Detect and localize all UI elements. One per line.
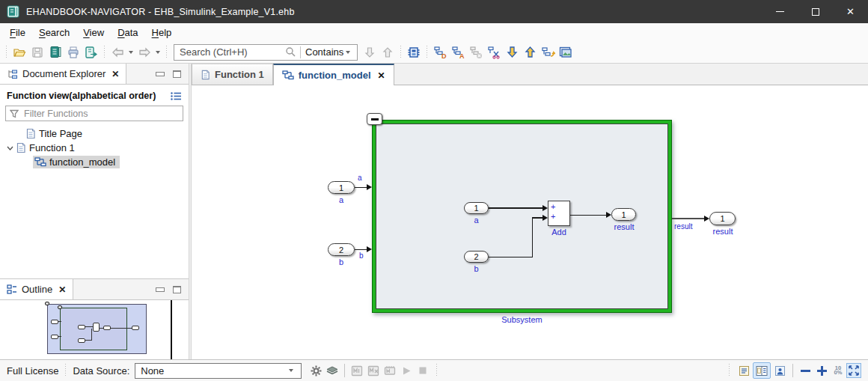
zoom-out-icon bbox=[801, 370, 810, 372]
signal-wire bbox=[672, 218, 705, 219]
nav-back-button[interactable] bbox=[109, 43, 126, 61]
thumbnail-block bbox=[78, 325, 85, 329]
outport-label-result: result bbox=[697, 227, 749, 236]
fit-view-button[interactable] bbox=[846, 363, 861, 378]
titlebar: EHANDBOOK-NAVIGATOR - EHB_Simulink_Examp… bbox=[0, 0, 868, 23]
inport-block-a[interactable]: 1 bbox=[328, 181, 355, 194]
close-icon[interactable]: ✕ bbox=[378, 70, 385, 81]
outport-block-result[interactable]: 1 bbox=[709, 212, 736, 225]
export-button[interactable] bbox=[82, 43, 100, 61]
calibration-remove-button[interactable] bbox=[365, 362, 382, 379]
data-settings-button[interactable] bbox=[308, 362, 324, 379]
view-menu-icon[interactable] bbox=[170, 91, 182, 101]
menu-data[interactable]: Data bbox=[111, 25, 144, 40]
outline-thumbnail[interactable] bbox=[0, 300, 189, 359]
zoom-in-button[interactable] bbox=[813, 362, 830, 379]
signal-wire bbox=[532, 217, 543, 219]
search-input[interactable] bbox=[174, 46, 285, 58]
ram-icon bbox=[384, 365, 396, 377]
model-view-button[interactable] bbox=[405, 43, 423, 61]
screenshot-button[interactable] bbox=[557, 43, 575, 61]
save-button[interactable] bbox=[28, 43, 46, 61]
thumbnail-wire bbox=[58, 336, 61, 337]
print-button[interactable] bbox=[64, 43, 82, 61]
editor-tabbar: Function 1 function_model ✕ bbox=[192, 64, 868, 85]
export-icon bbox=[85, 46, 98, 59]
tab-function-model[interactable]: function_model ✕ bbox=[273, 64, 394, 85]
collapse-all-button[interactable] bbox=[467, 43, 485, 61]
menu-help[interactable]: Help bbox=[145, 25, 179, 40]
tree-item-function-1[interactable]: Function 1 bbox=[0, 141, 189, 155]
stop-button[interactable] bbox=[415, 362, 431, 379]
minus-icon bbox=[371, 118, 379, 121]
zoom-out-button[interactable] bbox=[797, 362, 813, 379]
page-view-button[interactable] bbox=[735, 362, 753, 379]
minimize-panel-icon[interactable] bbox=[156, 288, 164, 291]
ram-button[interactable] bbox=[382, 362, 398, 379]
maximize-panel-icon[interactable] bbox=[173, 70, 181, 78]
print-icon bbox=[67, 46, 80, 59]
add-block[interactable]: + + bbox=[548, 201, 570, 226]
arrowhead-icon bbox=[542, 215, 548, 221]
go-up-button[interactable] bbox=[521, 43, 539, 61]
minimize-panel-icon[interactable] bbox=[156, 73, 164, 76]
thumbnail-collapse-icon bbox=[58, 305, 62, 309]
prev-match-button[interactable] bbox=[379, 43, 397, 61]
next-match-button[interactable] bbox=[361, 43, 379, 61]
go-top-button[interactable] bbox=[539, 43, 557, 61]
document-explorer-title: Document Explorer bbox=[22, 68, 106, 79]
close-icon[interactable]: ✕ bbox=[58, 284, 66, 295]
filter-functions-input[interactable] bbox=[22, 108, 179, 120]
go-down-button[interactable] bbox=[503, 43, 521, 61]
expand-default-button[interactable]: D bbox=[431, 43, 449, 61]
nav-forward-dropdown-icon[interactable] bbox=[156, 51, 160, 54]
data-source-select[interactable]: None bbox=[135, 363, 302, 379]
dataset-button[interactable] bbox=[324, 362, 340, 379]
document-icon bbox=[201, 70, 210, 80]
chevron-expanded-icon[interactable] bbox=[7, 146, 13, 150]
person-view-button[interactable] bbox=[771, 362, 789, 379]
zoom-100-button[interactable]: 100% bbox=[830, 362, 846, 379]
nav-forward-button[interactable] bbox=[135, 43, 153, 61]
port-label-b: b bbox=[359, 252, 364, 260]
toolbar-grip bbox=[426, 46, 428, 59]
tab-outline[interactable]: Outline ✕ bbox=[0, 279, 73, 299]
calibration-button[interactable] bbox=[349, 362, 365, 379]
close-icon[interactable]: ✕ bbox=[111, 69, 119, 79]
chevron-down-icon bbox=[346, 51, 350, 54]
inner-outport-block-result[interactable]: 1 bbox=[611, 208, 636, 221]
contains-dropdown[interactable]: Contains bbox=[301, 45, 357, 60]
maximize-panel-icon[interactable] bbox=[173, 286, 181, 293]
close-button[interactable]: ✕ bbox=[833, 0, 868, 23]
collapse-subsystem-button[interactable] bbox=[367, 113, 382, 125]
screenshot-icon bbox=[559, 46, 572, 58]
thumbnail-wire bbox=[91, 329, 92, 341]
inner-inport-block-b[interactable]: 2 bbox=[464, 251, 489, 263]
tree-item-function-model[interactable]: function_model bbox=[0, 155, 189, 169]
menu-file[interactable]: File bbox=[3, 25, 32, 40]
tree-item-title-page[interactable]: Title Page bbox=[0, 127, 189, 141]
open-button[interactable] bbox=[10, 43, 28, 61]
left-column: Document Explorer ✕ Function view(alphab… bbox=[0, 64, 189, 359]
thumbnail-block bbox=[103, 326, 111, 330]
tab-function-1[interactable]: Function 1 bbox=[192, 64, 273, 85]
expand-all-button[interactable]: A bbox=[449, 43, 467, 61]
toolbar-grip bbox=[400, 46, 402, 59]
panel-controls bbox=[156, 64, 189, 84]
stop-icon bbox=[418, 366, 427, 375]
inport-block-b[interactable]: 2 bbox=[328, 243, 355, 256]
maximize-button[interactable] bbox=[798, 0, 833, 23]
cut-branch-button[interactable] bbox=[485, 43, 503, 61]
menu-view[interactable]: View bbox=[76, 25, 111, 40]
play-icon bbox=[402, 366, 412, 376]
diagram-canvas[interactable]: Subsystem 1 a a 2 b b 1 a 2 bbox=[192, 85, 868, 359]
menu-search[interactable]: Search bbox=[32, 25, 76, 40]
tab-document-explorer[interactable]: Document Explorer ✕ bbox=[0, 64, 126, 84]
inner-inport-block-a[interactable]: 1 bbox=[464, 202, 489, 214]
inner-inport-label-b: b bbox=[464, 264, 489, 273]
minimize-button[interactable] bbox=[762, 0, 798, 23]
handbook-button[interactable] bbox=[46, 43, 64, 61]
play-button[interactable] bbox=[398, 362, 415, 379]
split-view-button[interactable] bbox=[753, 362, 771, 379]
nav-back-dropdown-icon[interactable] bbox=[129, 51, 133, 54]
